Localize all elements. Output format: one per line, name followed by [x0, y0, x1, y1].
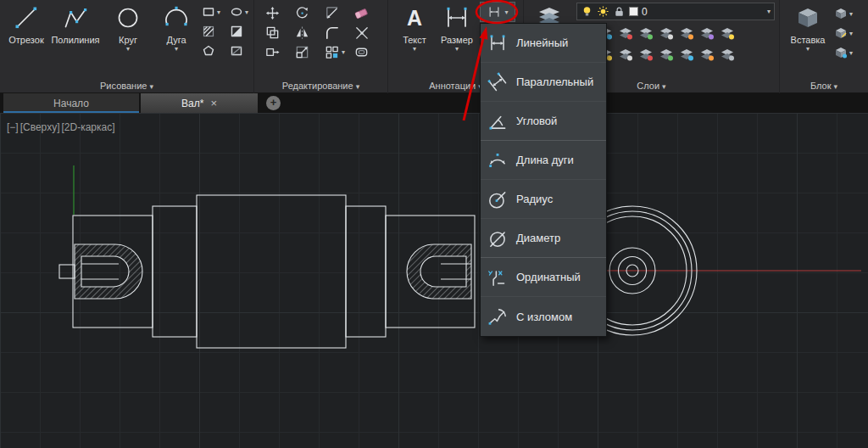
menu-item-linear[interactable]: Линейный: [481, 24, 606, 63]
menu-item-aligned[interactable]: Параллельный: [481, 63, 606, 102]
create-block-caret[interactable]: ▾: [849, 11, 853, 18]
layer-tool-icon[interactable]: [617, 47, 634, 64]
menu-item-radius[interactable]: Радиус: [481, 180, 606, 219]
text-button-label: Текст: [403, 35, 426, 45]
erase-button[interactable]: [353, 4, 381, 21]
polyline-icon: [62, 3, 89, 33]
aligned-dimension-icon: [487, 71, 509, 93]
explode-button[interactable]: [353, 24, 381, 41]
create-block-button[interactable]: ▾: [834, 5, 863, 22]
menu-item-arc-length[interactable]: Длина дуги: [481, 141, 606, 180]
arc-dropdown-caret[interactable]: ▾: [175, 46, 178, 53]
ellipse-button[interactable]: ▾: [230, 3, 255, 20]
layer-tool-icon[interactable]: [658, 47, 675, 64]
tab-close-icon[interactable]: ×: [210, 97, 217, 109]
linear-dimension-gallery-icon: [487, 4, 502, 20]
diameter-dimension-icon: [487, 227, 509, 249]
jogged-dimension-icon: [487, 305, 509, 328]
rotate-button[interactable]: [294, 4, 321, 21]
menu-item-jogged[interactable]: С изломом: [481, 297, 606, 336]
model-space-canvas[interactable]: [−] [Сверху] [2D-каркас]: [0, 113, 868, 448]
tab-start[interactable]: Начало: [3, 93, 139, 113]
block-attributes-caret[interactable]: ▾: [849, 50, 853, 57]
layer-tool-icon[interactable]: [698, 25, 715, 42]
rectangle-caret[interactable]: ▾: [217, 9, 220, 16]
layer-tool-icon[interactable]: [678, 25, 695, 42]
edit-block-icon: [834, 26, 848, 40]
linear-dimension-icon: [487, 32, 509, 54]
menu-item-ordinate[interactable]: Ординатный: [481, 258, 606, 297]
tab-start-label: Начало: [53, 98, 89, 109]
layer-combo-caret[interactable]: ▾: [767, 8, 771, 15]
explode-icon: [353, 25, 370, 41]
panel-block-label[interactable]: Блок▾: [780, 81, 868, 91]
layer-tool-icon[interactable]: [658, 25, 675, 42]
array-button[interactable]: ▾: [324, 43, 351, 60]
circle-button-label: Круг: [119, 35, 137, 45]
insert-button-label: Вставка: [791, 35, 826, 45]
move-button[interactable]: [264, 4, 292, 21]
fillet-button[interactable]: [324, 24, 351, 41]
edit-block-button[interactable]: ▾: [834, 25, 863, 42]
layer-color-swatch[interactable]: [629, 7, 638, 16]
dimension-button[interactable]: Размер ▾: [437, 3, 476, 53]
edit-block-caret[interactable]: ▾: [849, 31, 853, 37]
insert-dropdown-caret[interactable]: ▾: [806, 46, 810, 53]
layer-tool-icon[interactable]: [678, 47, 695, 64]
dimension-dropdown-caret[interactable]: ▾: [455, 46, 459, 53]
dimension-type-gallery-button[interactable]: ▾: [480, 2, 515, 22]
text-dropdown-caret[interactable]: ▾: [413, 46, 416, 53]
circle-button[interactable]: Круг ▾: [108, 3, 147, 53]
layer-tool-icon[interactable]: [698, 47, 715, 64]
offset-button[interactable]: [353, 43, 381, 60]
stretch-button[interactable]: [264, 43, 292, 60]
menu-item-diameter[interactable]: Диаметр: [481, 219, 606, 258]
mirror-button[interactable]: [294, 24, 321, 41]
panel-draw-label[interactable]: Рисование▾: [0, 81, 253, 91]
trim-button[interactable]: [324, 4, 351, 21]
menu-item-label: Параллельный: [516, 76, 593, 88]
hatch-button[interactable]: [202, 23, 227, 40]
layer-tool-icon[interactable]: [637, 25, 654, 42]
hatch-icon: [202, 25, 215, 38]
menu-item-label: Длина дуги: [516, 154, 574, 166]
copy-button[interactable]: [264, 24, 292, 41]
tab-val-active[interactable]: Вал* ×: [141, 93, 258, 113]
layer-tool-icon[interactable]: [719, 47, 736, 64]
radius-dimension-icon: [487, 188, 509, 210]
ellipse-caret[interactable]: ▾: [245, 9, 248, 16]
current-layer-name: 0: [642, 6, 764, 18]
layer-tool-icon[interactable]: [719, 25, 736, 42]
trim-icon: [324, 5, 340, 21]
arc-button[interactable]: Дуга ▾: [158, 3, 195, 53]
array-icon: [324, 44, 340, 60]
copy-icon: [264, 25, 281, 41]
bulb-icon[interactable]: [581, 5, 593, 18]
sun-icon[interactable]: [597, 5, 609, 18]
line-button[interactable]: Отрезок: [5, 3, 47, 45]
layer-tool-icon[interactable]: [637, 47, 654, 64]
polyline-button[interactable]: Полилиния: [49, 3, 102, 45]
region-button[interactable]: [230, 42, 255, 59]
rectangle-button[interactable]: ▾: [202, 3, 227, 20]
layer-tool-icon[interactable]: [617, 25, 634, 42]
panel-modify-label[interactable]: Редактирование▾: [254, 81, 387, 91]
arc-length-dimension-icon: [487, 149, 509, 171]
insert-button[interactable]: Вставка ▾: [787, 3, 829, 53]
autocad-window: Отрезок Полилиния: [0, 0, 868, 448]
menu-item-angular[interactable]: Угловой: [481, 102, 606, 141]
scale-icon: [294, 44, 310, 60]
array-caret[interactable]: ▾: [342, 49, 345, 56]
lock-icon[interactable]: [613, 5, 626, 18]
layer-combo[interactable]: 0 ▾: [576, 3, 775, 20]
text-button[interactable]: A Текст ▾: [395, 3, 434, 53]
new-tab-button[interactable]: +: [266, 96, 281, 110]
block-attributes-button[interactable]: ▾: [834, 44, 863, 61]
polygon-button[interactable]: [202, 42, 227, 59]
gradient-button[interactable]: [230, 23, 255, 40]
line-button-label: Отрезок: [8, 35, 43, 45]
circle-icon: [114, 3, 142, 33]
circle-dropdown-caret[interactable]: ▾: [126, 46, 130, 53]
scale-button[interactable]: [294, 43, 321, 60]
dimension-type-gallery-caret[interactable]: ▾: [504, 9, 508, 16]
